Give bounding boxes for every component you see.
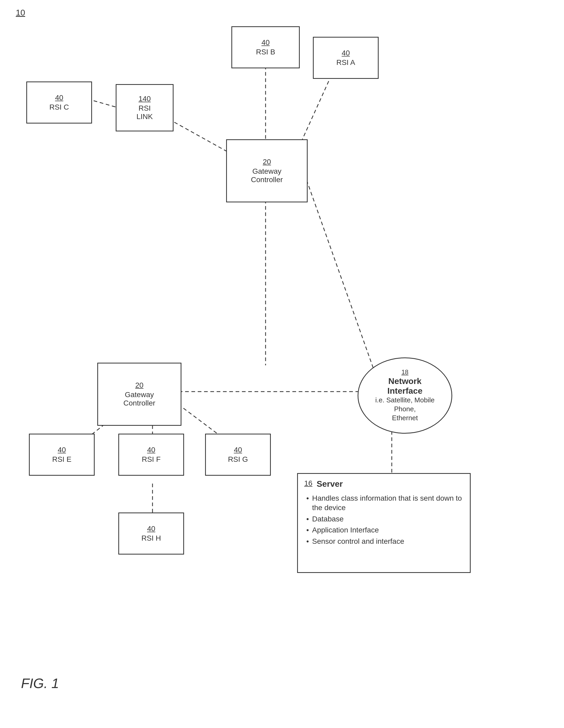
node-rsi-b: 40 RSI B (231, 26, 300, 68)
server-item-2: Database (304, 514, 464, 524)
rsi-h-number: 40 (147, 525, 155, 533)
rsi-b-number: 40 (261, 38, 269, 47)
rsi-c-number: 40 (55, 94, 63, 102)
rsi-link-number: 140 (138, 95, 151, 103)
node-rsi-link: 140 RSI LINK (116, 84, 173, 131)
node-rsi-f: 40 RSI F (118, 434, 184, 476)
node-rsi-c: 40 RSI C (26, 81, 92, 124)
server-list: Handles class information that is sent d… (304, 494, 464, 546)
gateway-bottom-label: Gateway Controller (123, 391, 155, 407)
gateway-top-label: Gateway Controller (251, 167, 283, 184)
node-server: 16 Server Handles class information that… (297, 473, 471, 573)
rsi-f-number: 40 (147, 446, 155, 454)
svg-line-1 (303, 70, 334, 139)
rsi-g-label: RSI G (228, 455, 248, 464)
rsi-h-label: RSI H (141, 534, 161, 542)
network-interface-title: NetworkInterface (387, 376, 422, 396)
diagram-container: 10 .dashed { stroke: #333; stroke-width:… (0, 0, 564, 728)
rsi-b-label: RSI B (256, 48, 275, 56)
server-item-3: Application Interface (304, 525, 464, 535)
rsi-a-label: RSI A (336, 58, 355, 67)
gateway-bottom-number: 20 (135, 381, 143, 389)
server-item-1: Handles class information that is sent d… (304, 494, 464, 513)
fig-label: FIG. 1 (21, 675, 59, 691)
rsi-link-label: RSI LINK (136, 104, 153, 121)
rsi-a-number: 40 (342, 49, 350, 57)
node-rsi-h: 40 RSI H (118, 512, 184, 555)
node-rsi-a: 40 RSI A (313, 37, 379, 79)
rsi-e-label: RSI E (52, 455, 71, 464)
server-number: 16 (304, 479, 313, 488)
node-rsi-e: 40 RSI E (29, 434, 95, 476)
rsi-c-label: RSI C (49, 103, 69, 111)
figure-number: 10 (16, 8, 25, 18)
network-interface-number: 18 (402, 368, 409, 376)
rsi-g-number: 40 (234, 446, 242, 454)
node-gateway-bottom: 20 Gateway Controller (97, 363, 181, 426)
node-gateway-top: 20 Gateway Controller (226, 139, 308, 202)
node-network-interface: 18 NetworkInterface i.e. Satellite, Mobi… (358, 357, 452, 434)
server-title: Server (317, 479, 343, 489)
gateway-top-number: 20 (263, 158, 271, 166)
node-rsi-g: 40 RSI G (205, 434, 271, 476)
server-item-4: Sensor control and interface (304, 537, 464, 546)
svg-line-5 (303, 168, 376, 376)
network-interface-subtitle: i.e. Satellite, MobilePhone,Ethernet (375, 396, 434, 422)
rsi-f-label: RSI F (142, 455, 161, 464)
rsi-e-number: 40 (58, 446, 66, 454)
